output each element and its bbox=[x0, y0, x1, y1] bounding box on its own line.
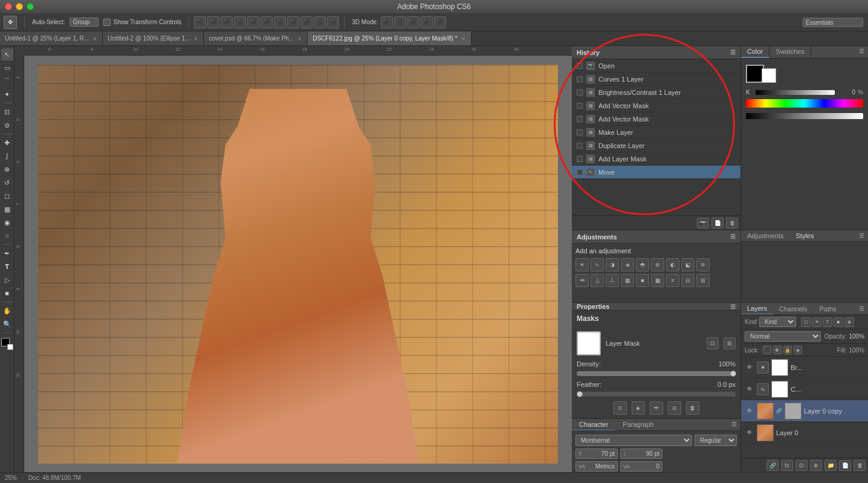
essentials-dropdown[interactable]: Essentials bbox=[803, 18, 863, 27]
layers-tab-btn[interactable]: Layers bbox=[741, 303, 773, 314]
filter-smart-icon[interactable]: ◈ bbox=[844, 317, 854, 327]
curves-adj-icon[interactable]: ∿ bbox=[591, 258, 604, 271]
filter-type-icon[interactable]: T bbox=[823, 317, 832, 327]
color-tab[interactable]: Color bbox=[741, 46, 769, 58]
eraser-tool[interactable]: ◻ bbox=[1, 190, 13, 202]
mask-apply-btn[interactable]: ⊡ bbox=[707, 337, 719, 349]
history-item-duplicate[interactable]: ▤ Duplicate Layer bbox=[572, 139, 740, 152]
lasso-tool[interactable]: ⌒ bbox=[1, 75, 13, 87]
layer-curves-mask[interactable] bbox=[771, 381, 788, 398]
feather-slider-handle[interactable] bbox=[577, 391, 583, 397]
canvas-area[interactable]: 6 8 10 12 14 16 18 20 22 24 26 28 4 5 6 … bbox=[15, 46, 572, 472]
eyedropper-tool[interactable]: ⊘ bbox=[1, 119, 13, 131]
history-item-brightness[interactable]: ▤ Brightness/Contrast 1 Layer bbox=[572, 86, 740, 99]
layer-item-0[interactable]: 👁 Layer 0 bbox=[741, 422, 868, 444]
fg-bg-colors[interactable] bbox=[1, 338, 13, 350]
align-center-icon[interactable]: ⬛ bbox=[207, 16, 219, 28]
styles-tab-btn[interactable]: Styles bbox=[790, 230, 820, 241]
properties-menu[interactable]: ☰ bbox=[730, 303, 736, 310]
density-value[interactable]: 100% bbox=[719, 360, 736, 368]
tracking-field[interactable]: VA Metrics bbox=[575, 461, 618, 472]
bw-adj-icon[interactable]: ◐ bbox=[666, 258, 679, 271]
brightness-adj-icon[interactable]: ☀ bbox=[575, 258, 589, 271]
feather-slider[interactable] bbox=[577, 392, 736, 397]
layer-eye-curves[interactable]: 👁 bbox=[745, 384, 754, 394]
history-item-open[interactable]: 📷 Open bbox=[572, 59, 740, 73]
layer-adj-btn[interactable]: ⊕ bbox=[810, 460, 822, 471]
background-color[interactable] bbox=[7, 344, 13, 350]
layer-item-curves[interactable]: 👁 ∿ C... bbox=[741, 378, 868, 400]
history-item-make-layer[interactable]: ▤ Make Layer bbox=[572, 126, 740, 139]
transform-checkbox[interactable] bbox=[103, 19, 111, 26]
dist-h-icon[interactable]: ⬛ bbox=[274, 16, 286, 28]
minimize-button[interactable] bbox=[16, 3, 23, 10]
spectrum-gray[interactable] bbox=[746, 113, 863, 119]
close-button[interactable] bbox=[5, 3, 12, 10]
window-controls[interactable] bbox=[5, 3, 34, 10]
tab-3-close[interactable]: ✕ bbox=[297, 36, 302, 42]
k-slider[interactable] bbox=[756, 90, 835, 95]
type-tool[interactable]: T bbox=[1, 261, 13, 273]
tab-1[interactable]: Untitled-1 @ 25% (Layer 1, R... ✕ bbox=[0, 31, 103, 45]
adjustments-menu[interactable]: ☰ bbox=[730, 233, 736, 240]
3d-icon-3[interactable]: ⬛ bbox=[407, 16, 419, 28]
fg-bg-swatches[interactable] bbox=[746, 63, 863, 83]
canvas-image[interactable] bbox=[38, 65, 558, 464]
hand-tool[interactable]: ✋ bbox=[1, 305, 13, 317]
layer-mask-thumb[interactable] bbox=[577, 331, 601, 355]
shape-tool[interactable]: ■ bbox=[1, 287, 13, 299]
blur-tool[interactable]: ◉ bbox=[1, 216, 13, 229]
swatches-tab[interactable]: Swatches bbox=[769, 46, 811, 58]
dist2-icon[interactable]: ⬛ bbox=[300, 16, 313, 28]
filter-dropdown[interactable]: Kind bbox=[759, 317, 796, 327]
history-check-1[interactable] bbox=[577, 76, 583, 82]
tab-2-close[interactable]: ✕ bbox=[193, 36, 198, 42]
brush-tool[interactable]: ∫ bbox=[1, 150, 13, 162]
layers-panel-menu[interactable]: ☰ bbox=[855, 303, 868, 314]
align-right-icon[interactable]: ⬛ bbox=[221, 16, 233, 28]
history-check-3[interactable] bbox=[577, 103, 583, 109]
3d-icon-2[interactable]: ⬛ bbox=[394, 16, 406, 28]
layer-item-br[interactable]: 👁 ☀ Br... bbox=[741, 357, 868, 378]
history-check-7[interactable] bbox=[577, 156, 583, 162]
fill-value[interactable]: 100% bbox=[849, 347, 864, 354]
filter-shape-icon[interactable]: ■ bbox=[834, 317, 843, 327]
filter-adj-icon[interactable]: ☀ bbox=[812, 317, 821, 327]
history-list[interactable]: 📷 Open ▤ Curves 1 Layer ▤ Brightness/Con… bbox=[572, 59, 740, 215]
history-item-vector1[interactable]: ▤ Add Vector Mask bbox=[572, 99, 740, 112]
stamp-tool[interactable]: ⊕ bbox=[1, 163, 13, 175]
solid-adj-icon[interactable]: ■ bbox=[636, 274, 649, 287]
history-check-4[interactable] bbox=[577, 116, 583, 122]
mask-trash-btn[interactable]: 🗑 bbox=[686, 401, 699, 415]
3d-icon-5[interactable]: ⬛ bbox=[434, 16, 446, 28]
align-top-icon[interactable]: ⬛ bbox=[234, 16, 246, 28]
levels-adj-icon[interactable]: ≡ bbox=[666, 274, 679, 287]
background-swatch[interactable] bbox=[762, 68, 776, 83]
dist4-icon[interactable]: ⬛ bbox=[327, 16, 339, 28]
color-panel-menu[interactable]: ☰ bbox=[855, 46, 868, 58]
font-dropdown[interactable]: Montserrat bbox=[575, 435, 692, 446]
heal-tool[interactable]: ✚ bbox=[1, 137, 13, 149]
show-transform-controls[interactable]: Show Transform Controls bbox=[101, 18, 184, 27]
history-item-move[interactable]: ↖ Move bbox=[572, 166, 740, 179]
layer-link-btn[interactable]: 🔗 bbox=[766, 460, 779, 471]
layers-list[interactable]: 👁 ☀ Br... 👁 ∿ C... 👁 bbox=[741, 357, 868, 458]
layer-item-0copy[interactable]: 👁 🔗 Layer 0 copy bbox=[741, 400, 868, 422]
history-new-doc-btn[interactable]: 📄 bbox=[711, 218, 724, 229]
dist-v-icon[interactable]: ⬛ bbox=[287, 16, 299, 28]
density-slider-handle[interactable] bbox=[730, 371, 736, 377]
history-item-layer-mask[interactable]: ▤ Add Layer Mask bbox=[572, 152, 740, 166]
lock-all-btn[interactable]: 🔒 bbox=[783, 346, 792, 354]
layer-eye-0[interactable]: 👁 bbox=[745, 428, 754, 438]
history-check-8[interactable] bbox=[577, 169, 583, 175]
leading-field[interactable]: ↕ 90 pt bbox=[620, 449, 662, 459]
vibrance-adj-icon[interactable]: ◈ bbox=[621, 258, 634, 271]
char-panel-menu[interactable]: ☰ bbox=[728, 419, 740, 430]
blend-mode-dropdown[interactable]: Normal bbox=[745, 331, 821, 342]
history-check-5[interactable] bbox=[577, 129, 583, 135]
tab-4[interactable]: DSCF6122.jpg @ 25% (Layer 0 copy, Layer … bbox=[308, 31, 471, 45]
k-value[interactable]: 0 bbox=[837, 89, 855, 96]
mask-invert2-btn[interactable]: ⬲ bbox=[650, 401, 663, 415]
3d-icon-4[interactable]: ⬛ bbox=[421, 16, 433, 28]
lock-position-btn[interactable]: ✥ bbox=[773, 346, 782, 354]
